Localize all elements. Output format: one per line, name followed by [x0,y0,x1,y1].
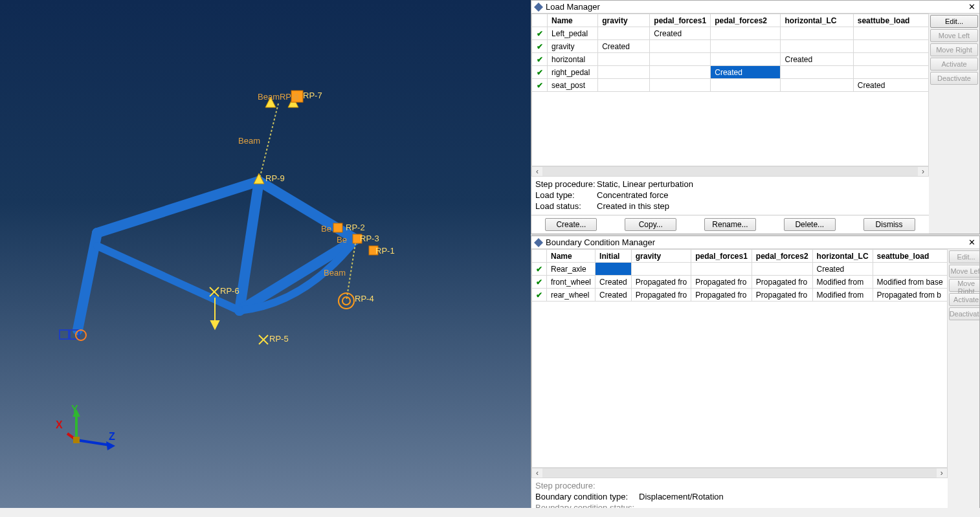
rename-button[interactable]: Rename... [704,218,756,231]
load-table[interactable]: Name gravity pedal_forces1 pedal_forces2… [531,14,929,92]
axis-triad: Y X Z [62,408,127,459]
app-icon [534,3,543,12]
load-side-buttons: Edit... Move Left Move Right Activate De… [929,14,979,234]
close-icon[interactable]: ✕ [966,2,977,12]
bc-table-hscroll[interactable]: ‹ › [531,468,948,478]
beam-label: BeamRP-8 [258,92,299,102]
copy-button[interactable]: Copy... [625,218,676,231]
beam-label-3: Beam [324,268,346,278]
activate-button[interactable]: Activate [949,293,979,306]
load-manager-panel: Load Manager ✕ Name gravity pedal_f [531,0,980,234]
scroll-left-icon[interactable]: ‹ [532,167,542,176]
app-icon [534,238,543,247]
rp2-label: RP-2 [346,223,365,232]
col-initial[interactable]: Initial [596,250,632,263]
load-info: Step procedure:Static, Linear perturbati… [531,177,929,215]
delete-button[interactable]: Delete... [784,218,836,231]
close-icon[interactable]: ✕ [966,237,977,247]
col-stl[interactable]: seattube_load [873,250,947,263]
rp4-label: RP-4 [355,294,374,303]
move-right-button[interactable]: Move Right [949,279,979,292]
table-row[interactable]: ✔gravityCreated [532,40,929,53]
create-button[interactable]: Create... [545,218,597,231]
load-table-hscroll[interactable]: ‹ › [531,166,929,177]
col-pf1[interactable]: pedal_forces1 [650,14,711,27]
rp5-label: RP-5 [269,334,289,344]
svg-line-5 [97,246,239,311]
table-row[interactable]: ✔Rear_axleCreated [532,263,948,276]
svg-rect-12 [333,223,342,232]
bc-table[interactable]: Name Initial gravity pedal_forces1 pedal… [531,249,948,302]
be-label-2: Be [337,235,347,245]
bc-manager-panel: Boundary Condition Manager ✕ Name In [531,236,980,517]
deactivate-button[interactable]: Deactivate [930,72,978,85]
col-gravity[interactable]: gravity [598,14,650,27]
col-name[interactable]: Name [547,250,596,263]
load-buttons: Create... Copy... Rename... Delete... Di… [531,215,929,234]
svg-line-6 [259,104,278,181]
bc-manager-title: Boundary Condition Manager [546,237,655,247]
col-hlc[interactable]: horizontal_LC [781,14,853,27]
dismiss-button[interactable]: Dismiss [863,218,915,231]
move-left-button[interactable]: Move Left [930,29,978,42]
y-axis-label: Y [71,404,78,415]
table-row[interactable]: ✔seat_postCreated [532,79,929,92]
bc-manager-titlebar[interactable]: Boundary Condition Manager ✕ [531,236,979,249]
rp1-label: RP-1 [375,246,395,256]
edit-button[interactable]: Edit... [930,15,978,28]
svg-marker-33 [534,238,543,247]
x-axis-label: X [56,419,63,431]
be-label-1: Be [321,224,331,234]
col-pf2[interactable]: pedal_forces2 [711,14,781,27]
edit-button[interactable]: Edit... [949,250,979,263]
rp7-label: RP-7 [303,91,322,100]
scroll-right-icon[interactable]: › [918,167,928,176]
scroll-right-icon[interactable]: › [937,468,947,478]
bottom-bar [0,508,980,517]
svg-marker-22 [211,321,219,329]
rp3-label: RP-3 [360,234,379,243]
col-pf2[interactable]: pedal_forces2 [752,250,812,263]
load-manager-titlebar[interactable]: Load Manager ✕ [531,1,979,14]
activate-button[interactable]: Activate [930,58,978,71]
table-row[interactable]: ✔front_wheelCreatedPropagated froPropaga… [532,276,948,289]
beam-label-2: Beam [238,136,260,146]
svg-line-3 [239,181,259,311]
rp6-label: RP-6 [220,286,239,296]
svg-marker-32 [534,3,543,12]
table-row[interactable]: ✔horizontalCreated [532,53,929,66]
load-manager-title: Load Manager [546,2,600,12]
table-row[interactable]: ✔rear_wheelCreatedPropagated froPropagat… [532,289,948,302]
move-right-button[interactable]: Move Right [930,43,978,56]
table-row[interactable]: ✔right_pedalCreated [532,66,929,79]
z-axis-label: Z [109,431,115,443]
col-gravity[interactable]: gravity [631,250,691,263]
bc-side-buttons: Edit... Move Left Move Right Activate De… [948,249,979,516]
viewport-3d[interactable]: BeamRP-8 RP-7 Beam RP-9 Be RP-2 Be RP-3 … [0,0,531,508]
col-hlc[interactable]: horizontal_LC [812,250,873,263]
deactivate-button[interactable]: Deactivate [949,307,979,320]
col-stl[interactable]: seattube_load [853,14,928,27]
svg-rect-23 [60,330,69,339]
table-row[interactable]: ✔Left_pedalCreated [532,27,929,40]
col-name[interactable]: Name [548,14,598,27]
move-left-button[interactable]: Move Left [949,265,979,278]
rp9-label: RP-9 [265,173,285,183]
scroll-left-icon[interactable]: ‹ [532,468,542,478]
col-pf1[interactable]: pedal_forces1 [691,250,752,263]
svg-line-0 [97,181,259,233]
